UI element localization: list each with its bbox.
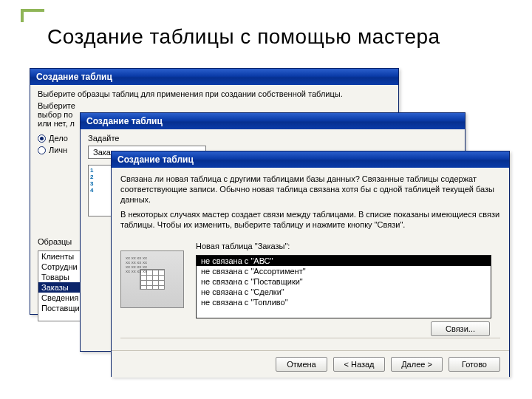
- next-button[interactable]: Далее >: [391, 357, 443, 372]
- info-paragraph-2: В некоторых случаях мастер создает связи…: [120, 209, 500, 230]
- prompt-text: Задайте: [88, 134, 457, 143]
- page-title: Создание таблицы с помощью мастера: [47, 25, 440, 49]
- section-label: Образцы: [38, 237, 72, 246]
- dialog-title: Создание таблиц: [112, 151, 509, 168]
- links-button[interactable]: Связи...: [431, 321, 490, 336]
- list-item[interactable]: не связана с "Сделки": [197, 287, 491, 297]
- list-item[interactable]: не связана с "Ассортимент": [197, 266, 491, 276]
- dialog-title: Создание таблиц: [30, 69, 398, 85]
- intro-line: Выберите: [38, 101, 391, 110]
- relationship-illustration: xx xx xx xxxx xx xx xxxx xx xx xxxx xx x…: [120, 250, 184, 308]
- radio-icon: [38, 134, 46, 143]
- accent-corner: [21, 9, 44, 22]
- radio-icon: [38, 146, 46, 154]
- list-item[interactable]: не связана с "Поставщики": [197, 276, 491, 287]
- back-button[interactable]: < Назад: [333, 357, 385, 372]
- info-paragraph-1: Связана ли новая таблица с другими табли…: [120, 174, 500, 205]
- separator: [120, 338, 500, 338]
- relations-list[interactable]: не связана с "АВС" не связана с "Ассорти…: [196, 255, 491, 318]
- finish-button[interactable]: Готово: [449, 357, 500, 372]
- cancel-button[interactable]: Отмена: [276, 357, 327, 372]
- radio-label: Дело: [49, 134, 68, 143]
- relations-label: Новая таблица "Заказы":: [196, 242, 290, 250]
- dialog-title: Создание таблиц: [81, 113, 465, 129]
- dialog-stack: Создание таблиц Выберите образцы таблиц …: [30, 68, 502, 378]
- radio-label: Личн: [49, 146, 67, 154]
- list-item[interactable]: не связана с "АВС": [197, 256, 491, 266]
- button-bar: Отмена < Назад Далее > Готово: [112, 350, 509, 378]
- list-item[interactable]: не связана с "Топливо": [197, 297, 491, 307]
- wizard-dialog-3: Создание таблиц Связана ли новая таблица…: [111, 151, 510, 377]
- intro-text: Выберите образцы таблиц для применения п…: [30, 85, 398, 101]
